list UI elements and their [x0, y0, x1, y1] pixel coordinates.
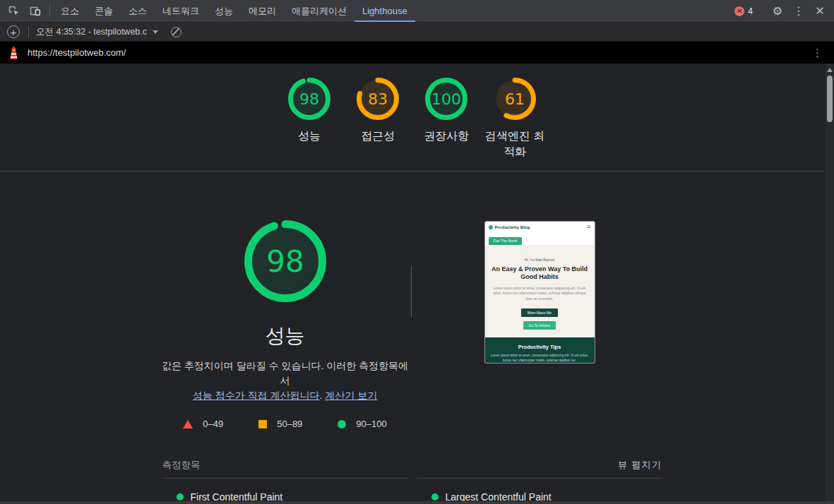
pass-circle-icon [338, 420, 346, 428]
thumb-hero: Hi, I'm Matt Ramos An Easy & Proven Way … [485, 245, 595, 337]
tab-elements[interactable]: 요소 [53, 0, 87, 22]
legend-item-fail: 0–49 [183, 419, 223, 429]
performance-title: 성능 [266, 323, 305, 349]
metrics-title: 측정항목 [162, 459, 201, 472]
calculator-link[interactable]: 계산기 보기 [325, 390, 377, 401]
metric-name-label: First Contentful Paint [191, 491, 283, 501]
settings-gear-icon[interactable]: ⚙ [768, 2, 787, 20]
category-performance[interactable]: 98성능 [275, 77, 344, 144]
metrics-row: First Contentful Paint 0.8 초 Largest Con… [162, 478, 662, 501]
thumb-cta-button: Get The Book [489, 237, 523, 245]
devtools-tabbar: 요소콘솔소스네트워크성능메모리애플리케이션Lighthouse ✕ 4 ⚙ ⋮ … [0, 0, 834, 23]
scroll-up-arrow-icon[interactable] [827, 68, 833, 72]
vertical-scrollbar[interactable] [824, 64, 834, 501]
report-selector-label: 오전 4:35:32 - testpilotweb.c [36, 26, 147, 38]
metric-cell-fcp: First Contentful Paint 0.8 초 [162, 478, 408, 501]
tab-lighthouse[interactable]: Lighthouse [355, 0, 415, 22]
svg-text:83: 83 [368, 90, 388, 108]
vertical-divider [411, 266, 412, 317]
fail-triangle-icon [183, 420, 193, 428]
category-accessibility[interactable]: 83접근성 [344, 77, 412, 144]
score-legend: 0–49 50–89 90–100 [183, 419, 386, 429]
devtools-window: 요소콘솔소스네트워크성능메모리애플리케이션Lighthouse ✕ 4 ⚙ ⋮ … [0, 0, 834, 504]
devtools-menu-kebab-icon[interactable]: ⋮ [789, 2, 809, 20]
scrollbar-thumb[interactable] [827, 76, 833, 122]
clear-reports-icon[interactable] [171, 27, 181, 37]
tab-network[interactable]: 네트워크 [155, 0, 207, 22]
calculation-link[interactable]: 성능 점수가 직접 계산됩니다 [193, 390, 320, 401]
thumb-intro: Hi, I'm Matt Ramos [492, 258, 588, 262]
legend-item-pass: 90–100 [338, 419, 386, 429]
thumb-body-text: Lorem ipsum dolor sit amet, consectetur … [492, 286, 588, 302]
category-label: 검색엔진 최적화 [482, 128, 547, 159]
thumb-tips-section: Productivity Tips Lorem ipsum dolor sit … [485, 337, 595, 364]
thumb-tips-title: Productivity Tips [491, 344, 589, 350]
page-screenshot-thumbnail: Productivity Blog ≡ Get The Book Hi, I'm… [484, 221, 595, 364]
report-menu-kebab-icon[interactable]: ⋮ [808, 47, 827, 59]
tab-console[interactable]: 콘솔 [87, 0, 121, 22]
thumb-header: Productivity Blog ≡ [485, 222, 595, 232]
thumb-about-button: More About Me [521, 308, 558, 317]
inspect-element-icon[interactable] [4, 3, 23, 20]
svg-text:100: 100 [431, 90, 461, 108]
thumb-heading: An Easy & Proven Way To Build Good Habit… [492, 265, 588, 282]
legend-range: 90–100 [356, 419, 386, 429]
lighthouse-logo-icon [7, 45, 20, 60]
metric-cell-lcp: Largest Contentful Paint 1.0 초 [417, 478, 662, 501]
console-error-badge[interactable]: ✕ 4 [729, 6, 758, 16]
thumb-logo-icon [489, 225, 493, 229]
legend-item-average: 50–89 [258, 419, 302, 429]
category-label: 접근성 [361, 128, 395, 144]
error-icon: ✕ [734, 6, 744, 16]
devtools-tabs: 요소콘솔소스네트워크성능메모리애플리케이션Lighthouse [53, 0, 415, 22]
toolbar-divider [28, 26, 29, 37]
link-separator: . [320, 390, 323, 401]
category-label: 성능 [298, 128, 321, 144]
svg-text:61: 61 [505, 90, 525, 108]
close-devtools-icon[interactable]: ✕ [810, 2, 830, 20]
category-scores: 98성능 83접근성 100권장사항 61검색엔진 최적화 [0, 64, 824, 171]
tabbar-left-icons [0, 0, 47, 22]
metric-pass-icon [431, 493, 439, 500]
tabbar-divider [49, 4, 50, 18]
expand-view-toggle[interactable]: 뷰 펼치기 [618, 459, 662, 472]
performance-gauge[interactable]: 98 [244, 220, 327, 306]
metrics-header: 측정항목 뷰 펼치기 [162, 459, 662, 472]
metric-pass-icon [177, 493, 184, 500]
device-toolbar-icon[interactable] [25, 3, 44, 20]
screenshot-column: Productivity Blog ≡ Get The Book Hi, I'm… [417, 220, 662, 429]
thumb-articles-button: Go To Articles [523, 321, 556, 330]
legend-range: 0–49 [203, 419, 223, 429]
tab-memory[interactable]: 메모리 [241, 0, 284, 22]
tab-performance[interactable]: 성능 [207, 0, 241, 22]
description-text: 값은 추정치이며 달라질 수 있습니다. 이러한 측정항목에서 [162, 360, 408, 386]
lighthouse-report: 98성능 83접근성 100권장사항 61검색엔진 최적화 98 성능 값은 추… [0, 64, 834, 501]
thumb-brand-text: Productivity Blog [495, 225, 530, 229]
window-bottom-edge [0, 501, 834, 504]
tabbar-right-controls: ✕ 4 ⚙ ⋮ ✕ [729, 0, 834, 22]
category-seo[interactable]: 61검색엔진 최적화 [481, 77, 549, 159]
metric-lcp: Largest Contentful Paint 1.0 초 [417, 479, 662, 501]
legend-range: 50–89 [277, 419, 302, 429]
category-best-practices[interactable]: 100권장사항 [412, 77, 481, 144]
tab-sources[interactable]: 소스 [121, 0, 155, 22]
chevron-down-icon [153, 30, 158, 34]
metric-name-label: Largest Contentful Paint [446, 491, 552, 501]
metric-fcp: First Contentful Paint 0.8 초 [162, 479, 408, 501]
tested-url[interactable]: https://testpilotweb.com/ [28, 47, 126, 58]
thumb-tips-body: Lorem ipsum dolor sit amet, consectetur … [491, 353, 589, 364]
report-url-bar: https://testpilotweb.com/ ⋮ [0, 42, 834, 64]
thumb-hamburger-icon: ≡ [588, 224, 591, 230]
performance-description: 값은 추정치이며 달라질 수 있습니다. 이러한 측정항목에서 성능 점수가 직… [158, 359, 412, 403]
performance-score-column: 98 성능 값은 추정치이며 달라질 수 있습니다. 이러한 측정항목에서 성능… [162, 220, 408, 429]
new-report-button[interactable]: + [7, 25, 20, 38]
error-count: 4 [748, 6, 753, 16]
report-selector[interactable]: 오전 4:35:32 - testpilotweb.c [33, 25, 161, 40]
tab-application[interactable]: 애플리케이션 [284, 0, 355, 22]
category-label: 권장사항 [424, 128, 469, 144]
svg-text:98: 98 [299, 90, 319, 108]
lighthouse-toolbar: + 오전 4:35:32 - testpilotweb.c [0, 23, 834, 42]
performance-section: 98 성능 값은 추정치이며 달라질 수 있습니다. 이러한 측정항목에서 성능… [162, 172, 662, 501]
average-square-icon [258, 420, 267, 428]
svg-text:98: 98 [266, 244, 304, 279]
